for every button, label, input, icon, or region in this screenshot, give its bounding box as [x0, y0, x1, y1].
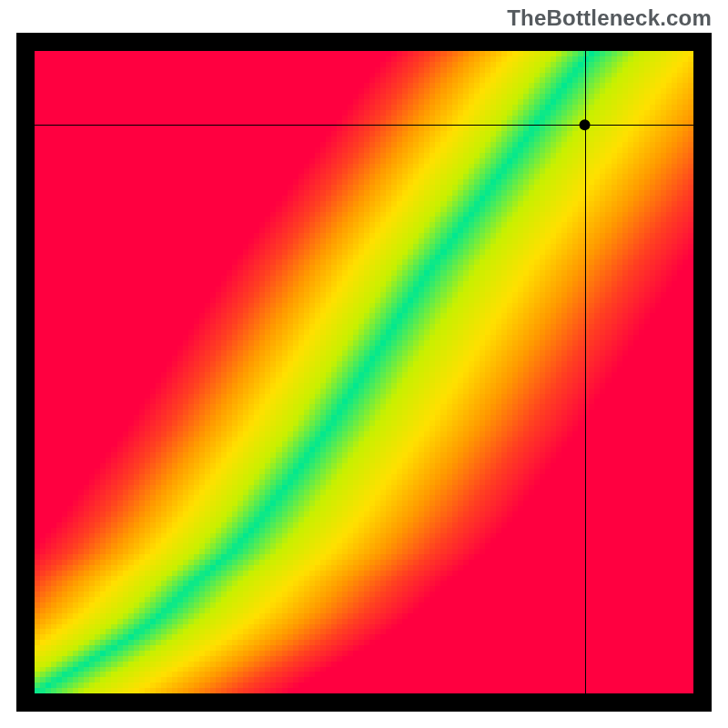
bottleneck-heatmap: [16, 33, 712, 712]
watermark-text: TheBottleneck.com: [507, 5, 712, 31]
crosshair-overlay: [16, 33, 712, 712]
page-root: TheBottleneck.com: [0, 0, 728, 728]
